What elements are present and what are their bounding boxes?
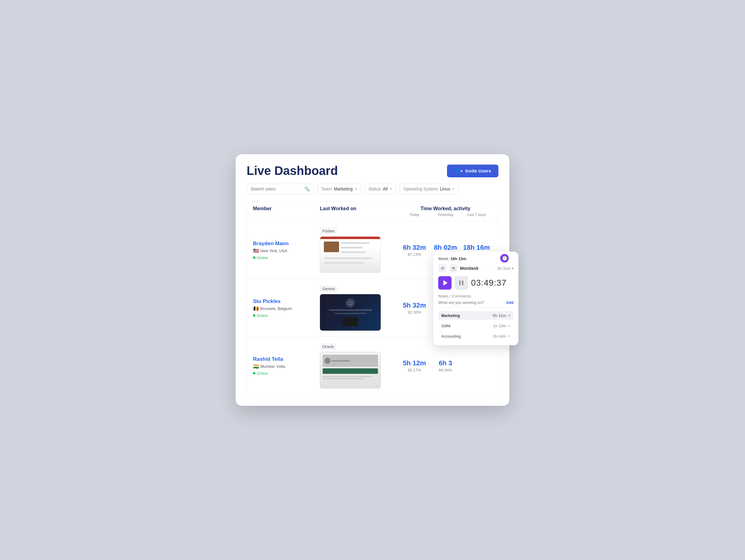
member-location: 🇺🇸 New York, USA [253,248,320,254]
remove-tag-button[interactable]: × [508,334,511,339]
user-plus-icon: 👤+ [454,168,463,174]
tag-item: SMM 1h 19m × [438,321,514,330]
table-header: Member Last Worked on Time Worked, activ… [247,202,498,221]
filters-bar: 🔍 Team: Marketing ▾ Status: All ▾ Operat… [247,184,498,194]
play-icon [443,280,448,286]
flag-icon: 🇺🇸 [253,248,259,254]
notes-input[interactable] [438,300,506,305]
pause-bar-left [459,280,461,285]
today-time: 5h 32m [399,302,430,309]
tag-time: 0h 44m × [493,334,511,339]
status-badge: Online [253,313,320,318]
tag-item: Marketing 0h 31m × [438,311,514,320]
status-filter[interactable]: Status: All ▾ [365,184,396,194]
pause-button[interactable] [455,276,468,289]
app-time: 0h 31m ▾ [497,266,514,271]
yesterday-time: 8h 02m [430,244,461,252]
tag-name: Accounting [441,334,461,339]
remove-tag-button[interactable]: × [508,313,511,318]
today-pct: 85.17% [399,368,430,372]
member-name[interactable]: Stu Pickles [253,299,320,305]
screenshot-thumbnail[interactable]: ⬡ [320,294,381,331]
online-dot [253,314,255,317]
chevron-down-icon: ▾ [390,187,392,191]
timer-row: 03:49:37 [438,276,514,289]
last-worked-col-header: Last Worked on [320,206,399,217]
coffee-icon[interactable]: ☕ [449,264,458,273]
online-dot [253,372,255,374]
screenshot-label: Oracle [320,343,336,350]
add-note-button[interactable]: Add [506,300,514,305]
yesterday-pct: 86.94% [430,368,461,372]
timer-popup: 🕐 Week: 16h 15m ↺ ☕ Monitask 0h 31m ▾ [433,252,518,345]
app-row: ↺ ☕ Monitask 0h 31m ▾ [438,264,514,273]
refresh-icon[interactable]: ↺ [438,264,447,273]
today-pct: 87.13% [399,252,430,257]
chevron-down-icon: ▾ [452,187,454,191]
screenshot-cell: Forbes [320,227,399,273]
time-worked-header: Time Worked, activity Today Yesterday La… [399,206,492,217]
time-cell: 5h 12m 85.17% 6h 3 86.94% [399,359,492,372]
screenshot-cell: Oracle [320,343,399,388]
table-row: Rashid Tella 🇮🇳 Mumbai, India Online Ora… [247,337,498,395]
remove-tag-button[interactable]: × [508,323,511,328]
tag-list: Marketing 0h 31m × SMM 1h 19m × Accounti… [438,311,514,340]
member-location: 🇧🇪 Brussels, Belgium [253,306,320,311]
member-info: Stu Pickles 🇧🇪 Brussels, Belgium Online [253,299,320,318]
week-label: Week: 16h 15m [438,256,466,261]
status-badge: Online [253,371,320,376]
online-dot [253,256,255,259]
tag-name: SMM [441,324,450,328]
notes-input-row: Add [438,300,514,308]
screenshot-cell: Gemini ⬡ [320,285,399,331]
today-time: 6h 32m [399,244,430,252]
app-name: Monitask [460,266,495,271]
member-name[interactable]: Rashid Tella [253,356,320,362]
search-input[interactable] [251,186,303,191]
search-box[interactable]: 🔍 [247,184,314,194]
member-col-header: Member [253,206,320,217]
screenshot-thumbnail[interactable] [320,236,381,273]
flag-icon: 🇧🇪 [253,306,259,311]
tag-time: 1h 19m × [493,323,511,328]
pause-bar-right [462,280,463,285]
member-info: Brayden Mann 🇺🇸 New York, USA Online [253,241,320,260]
screenshot-label: Forbes [320,227,337,235]
team-filter[interactable]: Team: Marketing ▾ [317,184,361,194]
chevron-down-icon: ▾ [355,187,357,191]
today-time: 5h 12m [399,359,430,367]
tag-item: Accounting 0h 44m × [438,332,514,340]
last7-time: 18h 16m [461,244,492,252]
yesterday-time: 6h 3 [430,359,461,367]
flag-icon: 🇮🇳 [253,364,259,369]
notes-section: Notes / Comments Add [438,294,514,308]
tag-name: Marketing [441,313,460,318]
status-badge: Online [253,255,320,260]
os-filter[interactable]: Operating System: Linux ▾ [399,184,458,194]
invite-users-button[interactable]: 👤+ Invite Users [447,164,498,177]
member-info: Rashid Tella 🇮🇳 Mumbai, India Online [253,356,320,376]
tag-time: 0h 31m × [493,313,511,318]
clock-icon: 🕐 [500,254,509,262]
header: Live Dashboard 👤+ Invite Users [247,164,498,178]
today-pct: 82.30% [399,310,430,314]
chevron-icon: ▾ [512,267,514,271]
member-name[interactable]: Brayden Mann [253,241,320,247]
page-title: Live Dashboard [247,164,338,178]
play-button[interactable] [438,276,452,289]
member-location: 🇮🇳 Mumbai, India [253,364,320,369]
notes-label: Notes / Comments [438,294,514,299]
screenshot-thumbnail[interactable] [320,352,381,388]
timer-display: 03:49:37 [471,278,507,288]
screenshot-label: Gemini [320,285,337,292]
search-icon: 🔍 [304,186,310,191]
main-card: Live Dashboard 👤+ Invite Users 🔍 Team: M… [236,154,509,406]
